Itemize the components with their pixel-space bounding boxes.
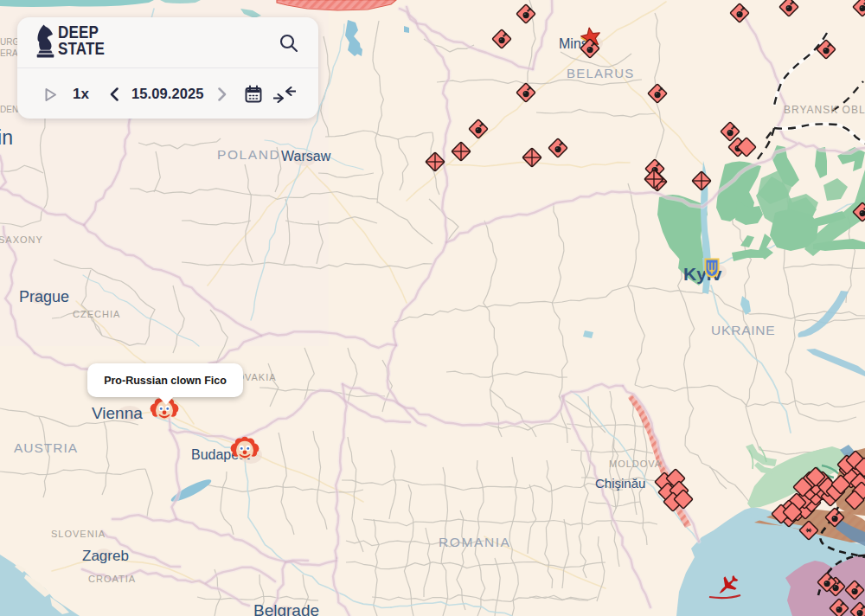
svg-text:CROATIA: CROATIA (88, 574, 136, 584)
svg-text:ERA: ERA (0, 48, 18, 58)
svg-text:AUSTRIA: AUSTRIA (14, 440, 78, 455)
svg-text:DEN: DEN (0, 105, 18, 114)
svg-text:UKRAINE: UKRAINE (711, 323, 776, 337)
svg-text:Prague: Prague (19, 288, 69, 305)
svg-text:Vienna: Vienna (92, 404, 143, 422)
svg-text:BRYANSK OBLAST: BRYANSK OBLAST (784, 104, 865, 116)
svg-text:SAXONY: SAXONY (0, 234, 43, 245)
svg-text:MOLDOVA: MOLDOVA (609, 459, 662, 469)
svg-text:lin: lin (0, 126, 13, 149)
svg-text:SLOVENIA: SLOVENIA (51, 529, 106, 539)
svg-text:ROMANIA: ROMANIA (439, 535, 511, 549)
svg-text:Warsaw: Warsaw (281, 149, 331, 164)
svg-text:BELARUS: BELARUS (567, 66, 634, 80)
svg-text:Chişinău: Chişinău (595, 476, 645, 491)
svg-text:Belgrade: Belgrade (253, 601, 319, 616)
svg-text:CZECHIA: CZECHIA (73, 309, 120, 319)
svg-text:Zagreb: Zagreb (82, 548, 129, 564)
svg-text:POLAND: POLAND (217, 147, 280, 162)
